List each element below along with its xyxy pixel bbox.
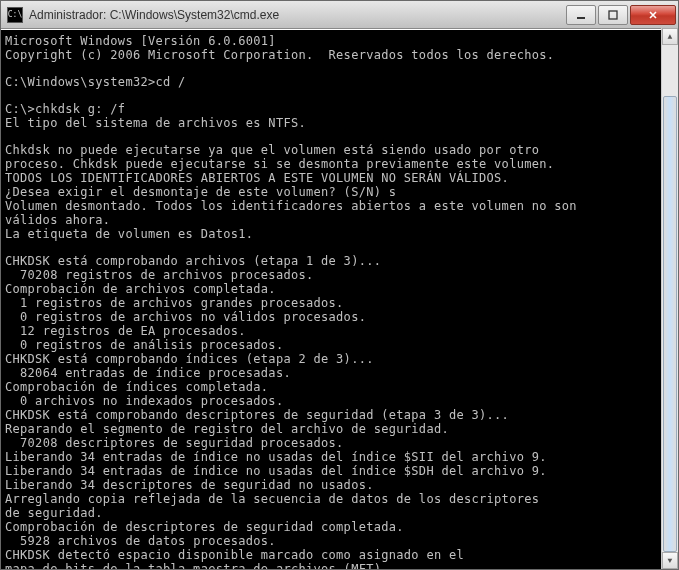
console-line: CHKDSK está comprobando descriptores de …	[5, 408, 674, 422]
console-line: Liberando 34 entradas de índice no usada…	[5, 450, 674, 464]
console-line: Microsoft Windows [Versión 6.0.6001]	[5, 34, 674, 48]
console-line: La etiqueta de volumen es Datos1.	[5, 227, 674, 241]
cmd-icon: C:\	[7, 7, 23, 23]
scroll-track[interactable]	[662, 45, 678, 552]
console-line: Liberando 34 descriptores de seguridad n…	[5, 478, 674, 492]
console-line: CHKDSK está comprobando índices (etapa 2…	[5, 352, 674, 366]
console-line	[5, 62, 674, 75]
maximize-button[interactable]	[598, 5, 628, 25]
console-line: mapa de bits de la tabla maestra de arch…	[5, 562, 674, 569]
svg-rect-0	[577, 17, 585, 19]
console-line: Reparando el segmento de registro del ar…	[5, 422, 674, 436]
console-line: 70208 registros de archivos procesados.	[5, 268, 674, 282]
titlebar[interactable]: C:\ Administrador: C:\Windows\System32\c…	[1, 1, 678, 29]
console-output[interactable]: Microsoft Windows [Versión 6.0.6001]Copy…	[1, 29, 678, 569]
console-line: 0 archivos no indexados procesados.	[5, 394, 674, 408]
command-prompt-window: C:\ Administrador: C:\Windows\System32\c…	[0, 0, 679, 570]
console-line: 0 registros de archivos no válidos proce…	[5, 310, 674, 324]
console-line: 70208 descriptores de seguridad procesad…	[5, 436, 674, 450]
console-line: Liberando 34 entradas de índice no usada…	[5, 464, 674, 478]
console-line	[5, 241, 674, 254]
console-line: Comprobación de archivos completada.	[5, 282, 674, 296]
console-line: C:\>chkdsk g: /f	[5, 102, 674, 116]
window-title: Administrador: C:\Windows\System32\cmd.e…	[29, 8, 564, 22]
console-line: 1 registros de archivos grandes procesad…	[5, 296, 674, 310]
console-line: 12 registros de EA procesados.	[5, 324, 674, 338]
maximize-icon	[607, 10, 619, 20]
console-line: válidos ahora.	[5, 213, 674, 227]
console-line: Arreglando copia reflejada de la secuenc…	[5, 492, 674, 506]
scroll-down-button[interactable]: ▼	[662, 552, 678, 569]
console-line: CHKDSK detectó espacio disponible marcad…	[5, 548, 674, 562]
scroll-thumb[interactable]	[663, 96, 677, 552]
console-line: C:\Windows\system32>cd /	[5, 75, 674, 89]
console-line: 82064 entradas de índice procesadas.	[5, 366, 674, 380]
console-line: ¿Desea exigir el desmontaje de este volu…	[5, 185, 674, 199]
console-line: Volumen desmontado. Todos los identifica…	[5, 199, 674, 213]
minimize-button[interactable]	[566, 5, 596, 25]
console-line: El tipo del sistema de archivos es NTFS.	[5, 116, 674, 130]
console-line: Comprobación de índices completada.	[5, 380, 674, 394]
scroll-up-button[interactable]: ▲	[662, 28, 678, 45]
svg-rect-1	[609, 11, 617, 19]
console-line: Comprobación de descriptores de segurida…	[5, 520, 674, 534]
window-controls	[564, 5, 676, 25]
console-line: proceso. Chkdsk puede ejecutarse si se d…	[5, 157, 674, 171]
console-line: 0 registros de análisis procesados.	[5, 338, 674, 352]
close-button[interactable]	[630, 5, 676, 25]
console-line: TODOS LOS IDENTIFICADORES ABIERTOS A EST…	[5, 171, 674, 185]
close-icon	[647, 10, 659, 20]
minimize-icon	[575, 10, 587, 20]
console-line: Chkdsk no puede ejecutarse ya que el vol…	[5, 143, 674, 157]
console-line: CHKDSK está comprobando archivos (etapa …	[5, 254, 674, 268]
console-line	[5, 89, 674, 102]
vertical-scrollbar[interactable]: ▲ ▼	[661, 28, 678, 569]
console-line: 5928 archivos de datos procesados.	[5, 534, 674, 548]
console-line: Copyright (c) 2006 Microsoft Corporation…	[5, 48, 674, 62]
console-line	[5, 130, 674, 143]
console-line: de seguridad.	[5, 506, 674, 520]
